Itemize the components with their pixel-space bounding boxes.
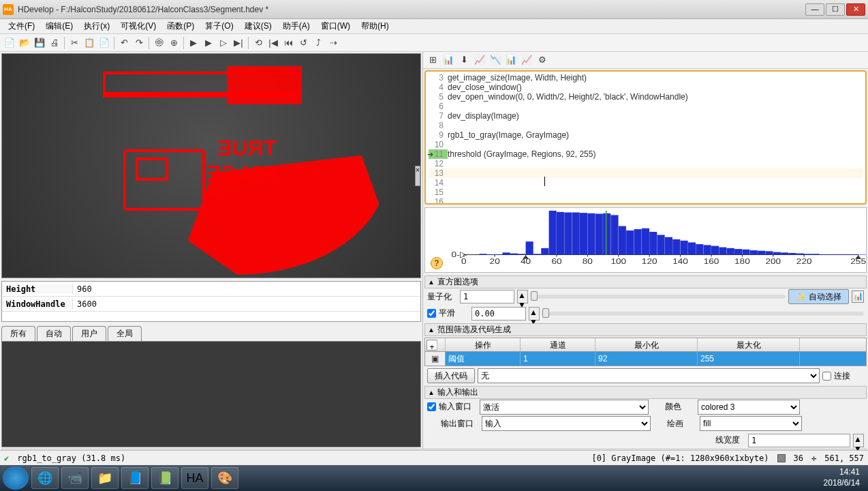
viewer-collapse-handle[interactable]: × bbox=[415, 166, 420, 186]
menu-item[interactable]: 可视化(V) bbox=[115, 19, 161, 33]
histogram[interactable]: 0-▷ 020406080100120140160180200220255 ? bbox=[424, 207, 867, 273]
menu-item[interactable]: 助手(A) bbox=[277, 19, 315, 33]
menu-item[interactable]: 帮助(H) bbox=[356, 19, 394, 33]
image-viewer[interactable]: TRUEFALSE × bbox=[1, 53, 421, 278]
assistant-toolbar-button[interactable]: 📊 bbox=[441, 53, 455, 67]
toolbar-button[interactable]: ⤴ bbox=[311, 36, 325, 50]
taskbar-app-icon[interactable]: 📁 bbox=[91, 467, 119, 489]
toolbar-button[interactable]: ▷ bbox=[217, 36, 230, 50]
menu-item[interactable]: 执行(x) bbox=[78, 19, 115, 33]
taskbar-app-icon[interactable]: HA bbox=[181, 467, 208, 489]
smooth-spinner[interactable]: ▲▼ bbox=[529, 307, 540, 321]
minimize-button[interactable]: — bbox=[805, 3, 824, 16]
cell-min[interactable]: 92 bbox=[595, 352, 698, 366]
menu-item[interactable]: 文件(F) bbox=[3, 19, 40, 33]
assistant-toolbar-button[interactable]: ⚙ bbox=[536, 53, 549, 67]
code-line[interactable]: 8 bbox=[429, 121, 863, 130]
toolbar-button[interactable]: ↶ bbox=[117, 36, 131, 50]
menu-item[interactable]: 编辑(E) bbox=[40, 19, 78, 33]
insert-code-select[interactable]: 无 bbox=[478, 368, 820, 383]
output-window-select[interactable]: 输入 bbox=[482, 416, 651, 431]
remove-row-icon[interactable]: ▣ bbox=[431, 352, 439, 366]
toolbar-button[interactable]: 📋 bbox=[82, 36, 96, 50]
tab[interactable]: 自动 bbox=[37, 326, 71, 341]
toolbar-button[interactable]: 💾 bbox=[33, 36, 46, 50]
variable-row[interactable]: WindowHandle3600 bbox=[2, 297, 420, 312]
smooth-slider[interactable] bbox=[542, 312, 864, 316]
toolbar-button[interactable]: ↺ bbox=[296, 36, 310, 50]
code-editor[interactable]: 3get_image_size(Image, Width, Height)4de… bbox=[424, 70, 867, 205]
lw-spinner[interactable]: ▲▼ bbox=[853, 434, 864, 447]
insert-code-button[interactable]: 插入代码 bbox=[427, 368, 475, 383]
smooth-checkbox[interactable] bbox=[427, 309, 436, 318]
input-window-checkbox[interactable] bbox=[427, 402, 436, 411]
auto-select-button[interactable]: ✨自动选择 bbox=[788, 289, 849, 304]
toolbar-button[interactable]: 🞋 bbox=[152, 36, 166, 50]
code-line[interactable]: 4dev_close_window() bbox=[429, 83, 863, 92]
toolbar-button[interactable]: |◀ bbox=[266, 36, 280, 50]
code-line[interactable]: 14 bbox=[429, 178, 863, 188]
quantization-input[interactable] bbox=[460, 290, 514, 303]
code-line[interactable]: 11➔threshold (GrayImage, Regions, 92, 25… bbox=[429, 149, 863, 159]
tab[interactable]: 用户 bbox=[72, 326, 106, 341]
toolbar-button[interactable]: ↷ bbox=[132, 36, 146, 50]
assistant-toolbar-button[interactable]: 📊 bbox=[504, 53, 518, 67]
code-line[interactable]: 6 bbox=[429, 102, 863, 111]
toolbar-button[interactable]: ⏮ bbox=[281, 36, 295, 50]
toolbar-button[interactable]: ▶ bbox=[187, 36, 200, 50]
draw-select[interactable]: fill bbox=[700, 416, 802, 431]
table-row[interactable]: ▣ 阈值 1 92 255 bbox=[425, 352, 866, 366]
code-line[interactable]: 15 bbox=[429, 188, 863, 197]
quant-slider[interactable] bbox=[531, 295, 786, 299]
toolbar-button[interactable]: ▶| bbox=[232, 36, 245, 50]
toolbar-button[interactable]: ✂ bbox=[67, 36, 81, 50]
code-line[interactable]: 16 bbox=[429, 197, 863, 205]
linewidth-input[interactable] bbox=[748, 434, 850, 447]
code-line[interactable]: 9rgb1_to_gray(Image, GrayImage) bbox=[429, 130, 863, 140]
code-line[interactable]: 3get_image_size(Image, Width, Height) bbox=[429, 73, 863, 83]
assistant-toolbar-button[interactable]: 📈 bbox=[473, 53, 486, 67]
menu-item[interactable]: 建议(S) bbox=[239, 19, 277, 33]
taskbar-app-icon[interactable]: 🌐 bbox=[31, 467, 59, 489]
menu-item[interactable]: 函数(P) bbox=[161, 19, 200, 33]
toolbar-button[interactable]: ⇢ bbox=[326, 36, 340, 50]
menu-item[interactable]: 窗口(W) bbox=[315, 19, 356, 33]
toolbar-button[interactable]: ▶ bbox=[202, 36, 215, 50]
cell-operation[interactable]: 阈值 bbox=[446, 352, 521, 366]
taskbar-app-icon[interactable]: 🎨 bbox=[211, 467, 238, 489]
add-row-button[interactable]: + bbox=[427, 340, 437, 351]
input-window-select[interactable]: 激活 bbox=[480, 400, 649, 415]
assistant-toolbar-button[interactable]: ⊞ bbox=[426, 53, 439, 67]
tab[interactable]: 全局 bbox=[108, 326, 142, 341]
section-histogram-options[interactable]: ▲ 直方图选项 bbox=[424, 276, 867, 288]
start-button[interactable] bbox=[3, 466, 29, 490]
code-line[interactable]: 10 bbox=[429, 140, 863, 149]
taskbar-app-icon[interactable]: 📗 bbox=[151, 467, 179, 489]
section-io[interactable]: ▲ 输入和输出 bbox=[424, 386, 867, 399]
cell-max[interactable]: 255 bbox=[698, 352, 800, 366]
smooth-input[interactable] bbox=[471, 307, 526, 321]
code-line[interactable]: 13 bbox=[429, 168, 863, 178]
hist-config-icon[interactable]: 📊 bbox=[852, 291, 864, 303]
quant-spinner[interactable]: ▲▼ bbox=[517, 290, 528, 303]
assistant-toolbar-button[interactable]: 📉 bbox=[489, 53, 502, 67]
toolbar-button[interactable]: 🖨 bbox=[48, 36, 61, 50]
menu-item[interactable]: 算子(O) bbox=[200, 19, 238, 33]
tab[interactable]: 所有 bbox=[1, 326, 35, 341]
close-button[interactable]: ✕ bbox=[846, 3, 865, 16]
system-tray[interactable]: 14:41 2018/6/14 bbox=[818, 467, 865, 488]
maximize-button[interactable]: ☐ bbox=[826, 3, 845, 16]
cell-channel[interactable]: 1 bbox=[521, 352, 595, 366]
code-line[interactable]: 12 bbox=[429, 159, 863, 168]
section-range-codegen[interactable]: ▲ 范围筛选及代码生成 bbox=[424, 323, 867, 336]
taskbar-app-icon[interactable]: 📹 bbox=[61, 467, 89, 489]
code-line[interactable]: 7dev_display(Image) bbox=[429, 111, 863, 121]
toolbar-button[interactable]: 📄 bbox=[97, 36, 111, 50]
toolbar-button[interactable]: 📂 bbox=[18, 36, 31, 50]
assistant-toolbar-button[interactable]: 📈 bbox=[520, 53, 533, 67]
taskbar-app-icon[interactable]: 📘 bbox=[121, 467, 149, 489]
toolbar-button[interactable]: ⟲ bbox=[251, 36, 265, 50]
connect-checkbox[interactable] bbox=[822, 372, 831, 381]
toolbar-button[interactable]: 📄 bbox=[3, 36, 16, 50]
code-line[interactable]: 5dev_open_window(0, 0, Width/2, Height/2… bbox=[429, 92, 863, 102]
